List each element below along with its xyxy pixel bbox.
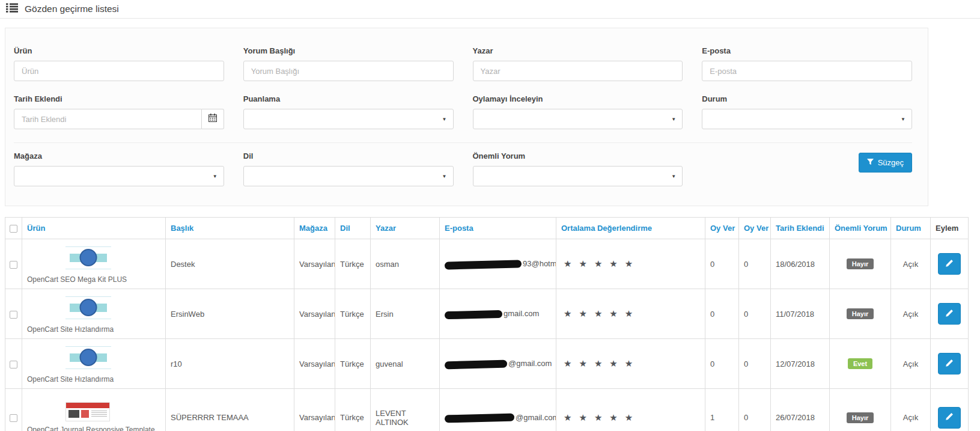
date-added-cell: 12/07/2018	[771, 339, 830, 389]
chevron-down-icon: ▼	[442, 117, 447, 122]
column-header-oy-ver-1[interactable]: Oy Ver	[705, 218, 739, 239]
filter-oylama-select[interactable]: ▼	[473, 109, 683, 129]
filter-tarih-input[interactable]	[14, 109, 202, 129]
calendar-button[interactable]	[202, 109, 224, 129]
column-header-ortalama[interactable]: Ortalama Değerlendirme	[556, 218, 705, 239]
filter-dil-label: Dil	[243, 151, 454, 160]
row-checkbox[interactable]	[10, 261, 17, 269]
review-title: r10	[166, 339, 294, 389]
email-cell: gmail.com	[440, 289, 556, 339]
filter-onemli-yorum-select[interactable]: ▼	[473, 166, 683, 186]
chevron-down-icon: ▼	[213, 174, 218, 179]
table-row: OpenCart Journal Responsive Template SÜP…	[5, 389, 969, 431]
table-row: OpenCart SEO Mega Kit PLUS Destek Varsay…	[5, 239, 969, 289]
product-thumbnail	[65, 245, 160, 271]
chevron-down-icon: ▼	[901, 117, 905, 122]
calendar-icon	[208, 114, 217, 124]
list-icon	[6, 3, 18, 15]
vote-up-cell: 0	[705, 289, 739, 339]
filter-panel: Ürün Yorum Başlığı Yazar E-posta Tarih E…	[5, 28, 928, 206]
chevron-down-icon: ▼	[671, 117, 676, 122]
store-cell: Varsayılan	[294, 289, 335, 339]
important-badge: Hayır	[847, 412, 874, 423]
filter-onemli-yorum-label: Önemli Yorum	[473, 151, 683, 160]
column-header-dil[interactable]: Dil	[335, 218, 371, 239]
chevron-down-icon: ▼	[671, 174, 676, 179]
vote-up-cell: 0	[705, 239, 739, 289]
status-cell: Açık	[891, 339, 931, 389]
reviews-table: Ürün Başlık Mağaza Dil Yazar E-posta Ort…	[5, 217, 969, 431]
vote-up-cell: 0	[705, 339, 739, 389]
pencil-icon	[945, 412, 954, 423]
filter-dil-select[interactable]: ▼	[243, 166, 454, 186]
status-cell: Açık	[891, 239, 931, 289]
language-cell: Türkçe	[335, 289, 371, 339]
language-cell: Türkçe	[335, 389, 371, 431]
filter-magaza-label: Mağaza	[14, 151, 224, 160]
date-added-cell: 26/07/2018	[771, 389, 830, 431]
filter-magaza-select[interactable]: ▼	[14, 166, 224, 186]
vote-down-cell: 0	[739, 389, 771, 431]
product-thumbnail	[65, 402, 160, 421]
author-cell: guvenal	[371, 339, 440, 389]
suzgec-filter-button[interactable]: Süzgeç	[859, 153, 912, 173]
row-checkbox[interactable]	[10, 311, 17, 319]
review-title: SÜPERRRR TEMAAA	[166, 389, 294, 431]
column-header-baslik[interactable]: Başlık	[166, 218, 294, 239]
column-header-magaza[interactable]: Mağaza	[294, 218, 335, 239]
product-name: OpenCart SEO Mega Kit PLUS	[27, 275, 160, 284]
column-header-onemli-yorum[interactable]: Önemli Yorum	[830, 218, 891, 239]
status-cell: Açık	[891, 289, 931, 339]
filter-yazar-label: Yazar	[473, 46, 683, 55]
column-header-yazar[interactable]: Yazar	[371, 218, 440, 239]
important-badge: Hayır	[847, 258, 874, 269]
edit-button[interactable]	[938, 253, 961, 275]
product-name: OpenCart Site Hızlandırma	[27, 375, 160, 384]
star-rating: ★★★★★	[561, 358, 640, 368]
vote-down-cell: 0	[739, 339, 771, 389]
pencil-icon	[945, 359, 954, 369]
title-bar: Gözden geçirme listesi	[0, 0, 980, 19]
edit-button[interactable]	[938, 353, 961, 374]
redaction-mark	[445, 359, 507, 369]
redaction-mark	[445, 260, 522, 269]
product-thumbnail	[65, 295, 160, 321]
vote-down-cell: 0	[739, 239, 771, 289]
table-row: OpenCart Site Hızlandırma ErsinWeb Varsa…	[5, 289, 969, 339]
star-rating: ★★★★★	[561, 258, 640, 269]
column-header-durum[interactable]: Durum	[891, 218, 931, 239]
review-title: ErsinWeb	[166, 289, 294, 339]
filter-durum-select[interactable]: ▼	[702, 109, 912, 129]
filter-durum-label: Durum	[702, 94, 912, 103]
filter-puanlama-select[interactable]: ▼	[243, 109, 454, 129]
star-rating: ★★★★★	[561, 308, 640, 319]
row-checkbox[interactable]	[10, 361, 17, 368]
language-cell: Türkçe	[335, 239, 371, 289]
store-cell: Varsayılan	[294, 339, 335, 389]
author-cell: osman	[371, 239, 440, 289]
column-header-eposta[interactable]: E-posta	[440, 218, 556, 239]
filter-yorum-basligi-input[interactable]	[243, 61, 454, 81]
filter-oylama-label: Oylamayı İnceleyin	[473, 94, 683, 103]
redaction-mark	[445, 414, 514, 423]
edit-button[interactable]	[938, 303, 961, 325]
date-added-cell: 11/07/2018	[771, 289, 830, 339]
page-title: Gözden geçirme listesi	[25, 4, 119, 14]
email-cell: @gmail.com	[440, 339, 556, 389]
filter-urun-input[interactable]	[14, 61, 224, 81]
column-header-tarih[interactable]: Tarih Eklendi	[771, 218, 830, 239]
filter-eposta-input[interactable]	[702, 61, 912, 81]
edit-button[interactable]	[938, 407, 961, 429]
column-header-oy-ver-2[interactable]: Oy Ver	[739, 218, 771, 239]
filter-yorum-basligi-label: Yorum Başlığı	[243, 46, 454, 55]
column-header-urun[interactable]: Ürün	[22, 218, 166, 239]
email-cell: @gmail.com	[440, 389, 556, 431]
select-all-checkbox[interactable]	[10, 225, 17, 233]
star-rating: ★★★★★	[561, 412, 640, 423]
row-checkbox[interactable]	[10, 414, 17, 422]
product-name: OpenCart Site Hızlandırma	[27, 325, 160, 334]
filter-yazar-input[interactable]	[473, 61, 683, 81]
pencil-icon	[945, 259, 954, 269]
redaction-mark	[445, 310, 502, 319]
author-cell: LEVENT ALTINOK	[371, 389, 440, 431]
